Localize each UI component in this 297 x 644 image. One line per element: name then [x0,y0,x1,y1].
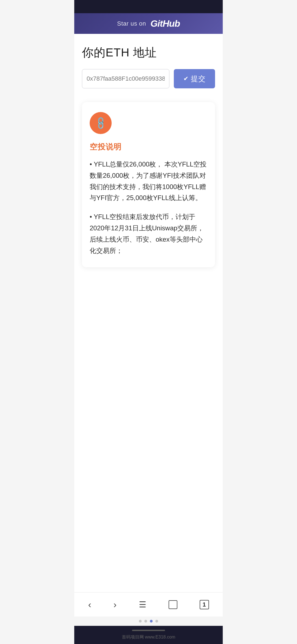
dot-1 [139,620,142,623]
dot-4 [155,620,158,623]
checkmark-icon: ✔ [183,75,189,82]
eth-address-input[interactable] [82,69,169,88]
dot-3-active [150,620,153,623]
bottom-bar: 首码项目网 www.E318.com [74,626,223,644]
star-text: Star us on [117,20,146,27]
nav-menu-button[interactable]: ☰ [134,597,151,612]
home-icon [169,600,177,609]
link-icon: 🔗 [93,115,108,130]
watermark: 首码项目网 www.E318.com [121,633,177,641]
nav-forward-button[interactable]: › [109,597,121,612]
nav-back-button[interactable]: ‹ [84,597,95,612]
input-row: ✔ 提交 [82,69,215,88]
menu-icon: ☰ [139,600,146,609]
bottom-indicator [132,630,165,631]
main-content: 你的ETH 地址 ✔ 提交 🔗 空投说明 • YFLL总量仅26,000枚， 本… [74,34,223,592]
page-title: 你的ETH 地址 [82,45,215,60]
submit-label: 提交 [191,74,206,84]
tabs-icon: 1 [200,600,209,609]
nav-tabs-button[interactable]: 1 [195,598,213,612]
github-banner[interactable]: Star us on GitHub [74,13,223,34]
status-bar [74,0,223,13]
link-icon-circle: 🔗 [90,112,112,134]
back-icon: ‹ [88,599,91,610]
dot-2 [144,620,147,623]
pagination-dots [74,616,223,626]
forward-icon: › [114,599,117,610]
section-title: 空投说明 [90,142,207,152]
info-para-2: • YFLL空投结束后发放代币，计划于2020年12月31日上线Uniswap交… [90,211,207,256]
github-logo: GitHub [150,18,180,29]
info-card: 🔗 空投说明 • YFLL总量仅26,000枚， 本次YFLL空投数量26,00… [82,102,215,267]
nav-home-button[interactable] [164,598,182,611]
submit-button[interactable]: ✔ 提交 [174,69,215,88]
bottom-navigation: ‹ › ☰ 1 [74,592,223,616]
info-para-1: • YFLL总量仅26,000枚， 本次YFLL空投数量26,000枚，为了感谢… [90,159,207,204]
